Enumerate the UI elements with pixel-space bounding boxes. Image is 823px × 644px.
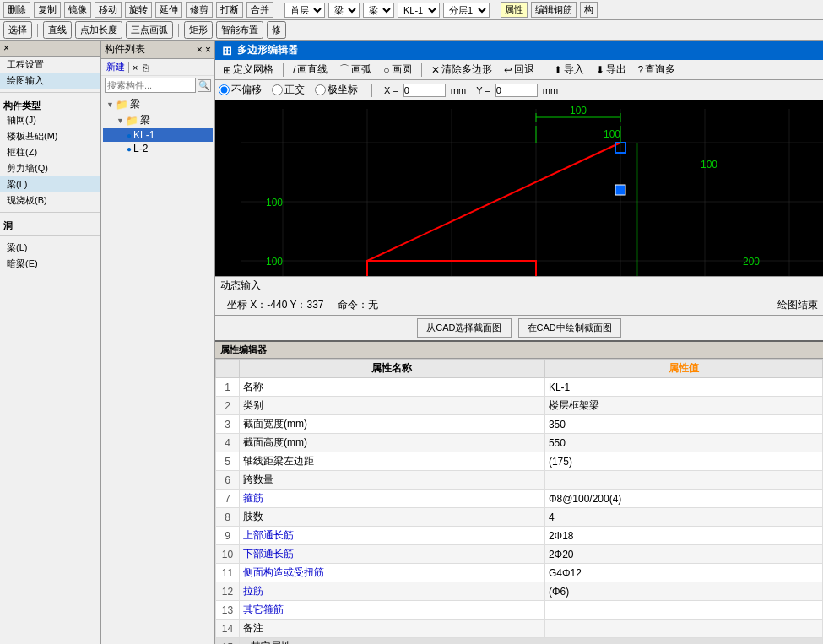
y-input[interactable] <box>495 84 538 97</box>
layer-select[interactable]: 首层 <box>284 3 325 18</box>
prop-row-value[interactable]: 4 <box>544 508 822 527</box>
break-btn[interactable]: 打断 <box>216 2 243 18</box>
sidebar-item-beam2[interactable]: 梁(L) <box>0 240 100 256</box>
prop-row-value[interactable]: (175) <box>544 452 822 471</box>
prop-row-key[interactable]: 侧面构造或受扭筋 <box>240 564 545 582</box>
export-btn[interactable]: ⬇ 导出 <box>592 61 631 78</box>
draw-circle-btn[interactable]: ○ 画圆 <box>379 61 415 78</box>
sidebar-div3 <box>0 235 100 236</box>
define-grid-btn[interactable]: ⊞ 定义网格 <box>219 61 278 78</box>
line-btn[interactable]: 直线 <box>43 21 72 39</box>
rect-btn[interactable]: 矩形 <box>184 21 213 39</box>
tree-item-kl1[interactable]: ● KL-1 <box>103 128 213 142</box>
import-btn[interactable]: ⬆ 导入 <box>550 61 588 78</box>
sidebar-div2 <box>0 212 100 213</box>
draw-in-cad-btn[interactable]: 在CAD中绘制截面图 <box>518 318 621 338</box>
prop-row-key[interactable]: 其它箍筋 <box>240 601 545 620</box>
edit2-btn[interactable]: 修 <box>267 21 286 39</box>
prop-row-value[interactable] <box>544 471 822 490</box>
delete-comp-btn[interactable]: × <box>131 62 139 73</box>
property-btn[interactable]: 属性 <box>501 2 528 18</box>
radio-no-offset[interactable]: 不偏移 <box>219 83 262 97</box>
rotate-btn[interactable]: 旋转 <box>125 2 152 18</box>
point-length-btn[interactable]: 点加长度 <box>75 21 122 39</box>
level-select[interactable]: 分层1 <box>443 3 490 18</box>
poly-title-icon: ⊞ <box>222 44 232 57</box>
export-icon: ⬇ <box>596 64 604 76</box>
x-input[interactable] <box>403 84 446 97</box>
trim-btn[interactable]: 修剪 <box>186 2 213 18</box>
draw-btn[interactable]: 构 <box>580 2 598 18</box>
copy-btn[interactable]: 复制 <box>34 2 61 18</box>
id-select[interactable]: KL-1 <box>398 3 440 18</box>
three-point-btn[interactable]: 三点画弧 <box>126 21 173 39</box>
app-window: 删除 复制 镜像 移动 旋转 延伸 修剪 打断 合并 首层 梁 梁 KL-1 分… <box>0 0 823 644</box>
table-row: 2类别楼层框架梁 <box>216 397 823 415</box>
undo-btn[interactable]: ↩ 回退 <box>500 61 539 78</box>
sidebar-item-floor[interactable]: 楼板基础(M) <box>0 128 100 144</box>
prop-row-key[interactable]: 上部通长筋 <box>240 527 545 545</box>
tree-folder-beam[interactable]: ▼ 📁 梁 <box>103 112 213 128</box>
prop-row-value[interactable] <box>544 620 822 638</box>
from-cad-btn[interactable]: 从CAD选择截面图 <box>417 318 511 338</box>
sidebar-title: × <box>0 41 100 57</box>
tree-label2: 梁 <box>140 113 150 127</box>
name-select[interactable]: 梁 <box>363 3 394 18</box>
prop-row-value[interactable]: KL-1 <box>544 378 822 397</box>
clear-icon: ✕ <box>431 64 440 76</box>
radio-orthogonal-label: 正交 <box>284 83 305 97</box>
clear-poly-btn[interactable]: ✕ 清除多边形 <box>427 61 496 78</box>
merge-btn[interactable]: 合并 <box>246 2 273 18</box>
edit-rebar-btn[interactable]: 编辑钢筋 <box>531 2 577 18</box>
prop-row-value[interactable]: G4Φ12 <box>544 564 822 582</box>
prop-row-value[interactable]: Φ8@100/200(4) <box>544 490 822 508</box>
copy-comp-btn[interactable]: ⎘ <box>141 62 150 73</box>
search-input[interactable] <box>105 78 196 93</box>
query-btn[interactable]: ? 查询多 <box>634 61 680 78</box>
draw-arc-btn[interactable]: ⌒ 画弧 <box>335 61 376 78</box>
prop-row-num: 1 <box>216 378 240 397</box>
top-toolbar: 删除 复制 镜像 移动 旋转 延伸 修剪 打断 合并 首层 梁 梁 KL-1 分… <box>0 0 823 20</box>
tree-item-l2[interactable]: ● L-2 <box>103 142 213 155</box>
prop-row-value[interactable]: 550 <box>544 434 822 452</box>
prop-row-value[interactable]: (Φ6) <box>544 582 822 601</box>
sidebar-item-shear[interactable]: 剪力墙(Q) <box>0 160 100 176</box>
prop-row-key[interactable]: 箍筋 <box>240 490 545 508</box>
handle-top[interactable] <box>615 185 625 195</box>
prop-row-key[interactable]: 拉筋 <box>240 582 545 601</box>
prop-row-value[interactable]: 楼层框架梁 <box>544 397 822 415</box>
sidebar-item-drawing[interactable]: 绘图输入 <box>0 73 100 89</box>
prop-row-value[interactable] <box>544 601 822 620</box>
sidebar-item-column[interactable]: 框柱(Z) <box>0 144 100 160</box>
select-btn[interactable]: 选择 <box>3 21 32 39</box>
search-btn[interactable]: 🔍 <box>198 79 211 92</box>
new-comp-btn[interactable]: 新建 <box>105 61 127 73</box>
draw-arc-icon: ⌒ <box>339 62 349 77</box>
comp-close-icon[interactable]: × × <box>197 44 211 56</box>
prop-row-key[interactable]: 下部通长筋 <box>240 545 545 564</box>
table-row: 4截面高度(mm)550 <box>216 434 823 452</box>
prop-row-value[interactable]: 2Φ20 <box>544 545 822 564</box>
smart-btn[interactable]: 智能布置 <box>216 21 263 39</box>
sidebar-item-slab[interactable]: 现浇板(B) <box>0 192 100 208</box>
sidebar-item-beam3[interactable]: 暗梁(E) <box>0 256 100 272</box>
sidebar-item-beam[interactable]: 梁(L) <box>0 176 100 192</box>
move-btn[interactable]: 移动 <box>95 2 122 18</box>
extend-btn[interactable]: 延伸 <box>155 2 182 18</box>
delete-btn[interactable]: 删除 <box>3 2 30 18</box>
draw-line-btn[interactable]: / 画直线 <box>289 61 332 78</box>
sidebar-item-engineering[interactable]: 工程设置 <box>0 57 100 73</box>
prop-row-value[interactable]: 2Φ18 <box>544 527 822 545</box>
sidebar-item-axis[interactable]: 轴网(J) <box>0 112 100 128</box>
command-display: 命令：无 <box>338 298 378 312</box>
prop-row-num: 9 <box>216 527 240 545</box>
type-select[interactable]: 梁 <box>328 3 360 18</box>
mirror-btn[interactable]: 镜像 <box>64 2 91 18</box>
radio-orthogonal[interactable]: 正交 <box>272 83 305 97</box>
prop-row-value[interactable]: 350 <box>544 415 822 434</box>
prop-section-label[interactable]: +其它属性 <box>240 638 823 645</box>
table-row: 9上部通长筋2Φ18 <box>216 527 823 545</box>
prop-section-row[interactable]: 15+其它属性 <box>216 638 823 645</box>
radio-polar[interactable]: 极坐标 <box>315 83 358 97</box>
tree-folder-beam-root[interactable]: ▼ 📁 梁 <box>103 96 213 112</box>
